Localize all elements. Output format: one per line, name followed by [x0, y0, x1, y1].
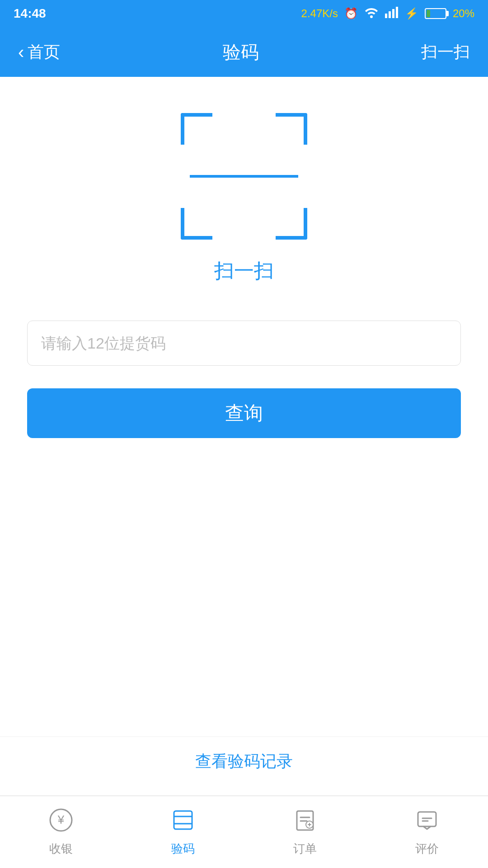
- orders-icon: [292, 807, 318, 836]
- lightning-icon: ⚡: [405, 7, 418, 20]
- status-right: 2.47K/s ⏰ ⚡ 20%: [301, 6, 474, 21]
- clock-icon: ⏰: [344, 7, 358, 20]
- tab-review[interactable]: 评价: [366, 807, 488, 857]
- corner-tr: [276, 113, 307, 145]
- content-spacer: [0, 465, 488, 736]
- review-icon: [414, 807, 440, 836]
- tab-orders-label: 订单: [293, 841, 317, 857]
- input-section: [27, 321, 461, 366]
- view-records-link[interactable]: 查看验码记录: [195, 750, 293, 773]
- svg-rect-9: [418, 812, 436, 826]
- tab-orders[interactable]: 订单: [244, 807, 366, 857]
- signal-icon: [385, 6, 399, 21]
- scan-button[interactable]: 扫一扫: [421, 41, 470, 63]
- svg-rect-2: [392, 9, 394, 18]
- tab-verify-label: 验码: [171, 841, 195, 857]
- svg-rect-1: [389, 11, 391, 18]
- back-chevron-icon: ‹: [18, 42, 24, 62]
- svg-text:¥: ¥: [57, 813, 65, 826]
- code-input[interactable]: [27, 321, 461, 366]
- cashier-icon: ¥: [48, 807, 74, 836]
- status-time: 14:48: [14, 6, 46, 21]
- nav-bar: ‹ 首页 验码 扫一扫: [0, 27, 488, 77]
- battery-percent: 20%: [453, 7, 474, 20]
- query-button[interactable]: 查询: [27, 388, 461, 438]
- tab-cashier[interactable]: ¥ 收银: [0, 807, 122, 857]
- svg-rect-3: [396, 7, 398, 18]
- back-button[interactable]: ‹ 首页: [18, 41, 60, 63]
- corner-br: [276, 208, 307, 240]
- scanner-area: 扫一扫: [27, 113, 461, 284]
- back-label: 首页: [28, 41, 60, 63]
- status-bar: 14:48 2.47K/s ⏰ ⚡ 20%: [0, 0, 488, 27]
- wifi-icon: [364, 6, 379, 21]
- scan-line: [190, 175, 298, 178]
- battery-icon: [425, 8, 446, 19]
- network-speed: 2.47K/s: [301, 7, 338, 20]
- view-records-section: 查看验码记录: [0, 736, 488, 795]
- tab-review-label: 评价: [415, 841, 439, 857]
- main-content: 扫一扫 查询: [0, 77, 488, 465]
- tab-verify[interactable]: 验码: [122, 807, 244, 857]
- corner-bl: [181, 208, 212, 240]
- svg-rect-0: [385, 14, 387, 18]
- scanner-label: 扫一扫: [214, 258, 274, 284]
- tab-bar: ¥ 收银 验码 订单: [0, 796, 488, 868]
- verify-icon: [170, 807, 196, 836]
- page-title: 验码: [223, 40, 259, 65]
- corner-tl: [181, 113, 212, 145]
- svg-rect-6: [174, 811, 192, 829]
- tab-cashier-label: 收银: [49, 841, 73, 857]
- scanner-icon: [181, 113, 307, 240]
